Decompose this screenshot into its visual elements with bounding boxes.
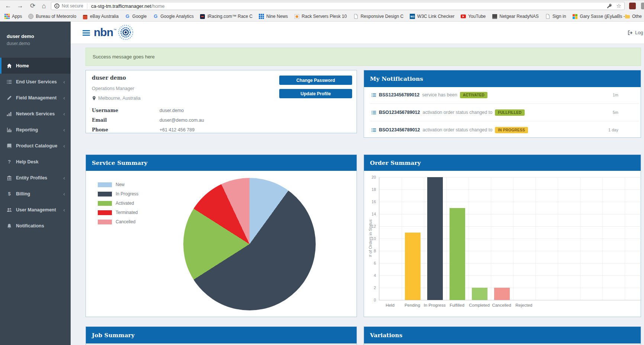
info-icon[interactable] — [54, 3, 59, 9]
notification-time: 1m — [613, 93, 635, 97]
legend-item-in-progress: In Progress — [98, 191, 138, 197]
bar-cancelled — [494, 288, 510, 300]
notification-time: 5m — [613, 110, 635, 115]
bookmark-google-analytics[interactable]: GGoogle Analytics — [153, 14, 194, 19]
dollar-icon: $ — [6, 191, 12, 197]
sidebar-item-label: Field Management — [16, 95, 57, 100]
legend-swatch — [98, 192, 112, 197]
bookmark-label: Netgear ReadyNAS — [499, 14, 538, 19]
gridline-horizontal — [379, 177, 641, 178]
sidebar-item-entity-profiles[interactable]: Entity Profiles‹ — [0, 170, 71, 186]
reload-icon[interactable]: ⟳ — [28, 1, 37, 10]
bookmark-label: W3C Link Checker — [417, 14, 454, 19]
bookmark-w3c-link-checker[interactable]: W3W3C Link Checker — [410, 14, 454, 19]
google-g-favicon: G — [125, 14, 130, 19]
sidebar-item-home[interactable]: Home — [0, 58, 71, 74]
sidebar-item-help-desk[interactable]: ?Help Desk — [0, 154, 71, 170]
bookmark-netgear-readynas[interactable]: Netgear ReadyNAS — [492, 14, 538, 19]
trademark-symbol: ™ — [113, 28, 116, 32]
legend-label: Terminated — [116, 210, 138, 215]
bookmark-sign-in[interactable]: Sign in — [545, 14, 566, 19]
y-tick-label: 16 — [364, 199, 376, 204]
extension-icon[interactable] — [641, 3, 644, 9]
bank-icon — [6, 175, 12, 181]
other-bookmarks-label: Othe — [632, 14, 642, 19]
extension-icon[interactable] — [629, 3, 636, 9]
bookmark-responsive-design-c[interactable]: Responsive Design C — [353, 14, 403, 19]
back-arrow-icon[interactable]: ← — [4, 1, 13, 10]
forward-arrow-icon[interactable]: → — [16, 1, 25, 10]
bookmark-youtube[interactable]: YouTube — [461, 14, 486, 19]
chevron-left-icon: ‹ — [63, 95, 65, 101]
list-icon — [6, 79, 12, 84]
service-summary-pie-chart — [183, 178, 316, 310]
sidebar-item-notifications[interactable]: Notifications — [0, 218, 71, 234]
w3c-favicon: W3 — [410, 14, 415, 19]
sidebar-item-user-management[interactable]: User Management‹ — [0, 202, 71, 218]
url-host: ca-stg-tm.trafficmanager.net — [91, 3, 151, 9]
notification-row[interactable]: BSO123456789012activation order status c… — [371, 109, 635, 116]
chevron-left-icon: ‹ — [63, 191, 65, 197]
sidebar-user-name: duser demo — [7, 33, 34, 39]
chevron-left-icon: ‹ — [63, 79, 65, 85]
app-header: nbn ™ Log — [71, 22, 644, 44]
bell-icon — [6, 223, 12, 229]
nbn-logo-text: nbn — [94, 26, 113, 39]
profile-field-email: Emailduser@demo.com.au — [92, 117, 204, 123]
home-icon[interactable]: ⌂ — [39, 1, 48, 10]
sidebar-item-field-management[interactable]: Field Management‹ — [0, 90, 71, 106]
bookmark-ebay-australia[interactable]: eBay Australia — [83, 14, 119, 19]
sidebar-item-network-services[interactable]: Network Services‹ — [0, 106, 71, 122]
change-password-button[interactable]: Change Password — [279, 76, 352, 85]
y-tick-label: 0 — [364, 298, 376, 302]
plesk-favicon — [294, 14, 299, 19]
bookmark-iracing-com-race-c[interactable]: iRacing.com™ Race C — [200, 14, 252, 19]
bookmark-bureau-of-meteorolo[interactable]: Bureau of Meteorolo — [28, 14, 76, 19]
hamburger-menu-icon[interactable] — [83, 30, 90, 37]
star-icon[interactable]: ☆ — [616, 3, 621, 9]
other-bookmarks[interactable]: Othe — [620, 14, 644, 19]
chevron-left-icon: ‹ — [63, 111, 65, 117]
bookmark-label: Nine News — [266, 14, 288, 19]
folder-icon — [625, 14, 630, 19]
chevron-left-icon: ‹ — [63, 175, 65, 181]
x-tick-label: Rejected — [513, 303, 535, 307]
bookmark-apps[interactable]: Apps — [4, 14, 22, 19]
bookmark-rack-servers-plesk-10[interactable]: Rack Servers Plesk 10 — [294, 14, 347, 19]
notification-row[interactable]: BSO123456789012activation order status c… — [371, 126, 635, 134]
profile-location: Melbourne, Australia — [92, 96, 141, 101]
y-tick-label: 20 — [364, 175, 376, 179]
notification-row[interactable]: BSS123456789012service has beenACTIVATED… — [371, 91, 635, 99]
address-bar[interactable]: Not secure ca-stg-tm.trafficmanager.net/… — [51, 2, 625, 10]
update-profile-button[interactable]: Update Profile — [279, 89, 352, 98]
order-summary-bar-chart — [379, 177, 641, 300]
profile-name: duser demo — [92, 75, 126, 81]
bookmark-nine-news[interactable]: Nine News — [259, 14, 288, 19]
sidebar-item-label: Help Desk — [16, 159, 38, 164]
sidebar-item-end-user-services[interactable]: End User Services‹ — [0, 74, 71, 90]
variations-panel: Variations — [364, 326, 641, 345]
bookmark-google[interactable]: GGoogle — [125, 14, 147, 19]
bookmarks-overflow-chevron[interactable]: » — [608, 14, 620, 19]
sidebar-user-handle: duser.demo — [7, 41, 30, 46]
sidebar-item-label: Notifications — [16, 223, 44, 229]
status-badge: ACTIVATED — [460, 92, 487, 98]
key-icon[interactable] — [607, 3, 612, 9]
sidebar-item-label: Reporting — [16, 127, 38, 132]
legend-item-activated: Activated — [98, 201, 134, 206]
service-summary-header: Service Summary — [86, 155, 357, 171]
sidebar-item-label: Entity Profiles — [16, 175, 47, 181]
logout-icon — [628, 30, 633, 35]
y-tick-label: 12 — [364, 224, 376, 229]
legend-item-cancelled: Cancelled — [98, 219, 135, 224]
success-banner-text: Success message goes here — [93, 54, 155, 60]
sidebar-item-billing[interactable]: $Billing‹ — [0, 186, 71, 202]
google-g-favicon: G — [153, 14, 158, 19]
gridline-horizontal — [379, 189, 641, 190]
sidebar-item-reporting[interactable]: Reporting‹ — [0, 122, 71, 138]
notification-text: activation order status changed to — [423, 127, 493, 132]
logout-button[interactable]: Log — [628, 30, 643, 35]
bar-completed — [472, 288, 487, 300]
sidebar-item-product-catalogue[interactable]: Product Catalogue‹ — [0, 138, 71, 154]
legend-label: New — [116, 182, 125, 187]
